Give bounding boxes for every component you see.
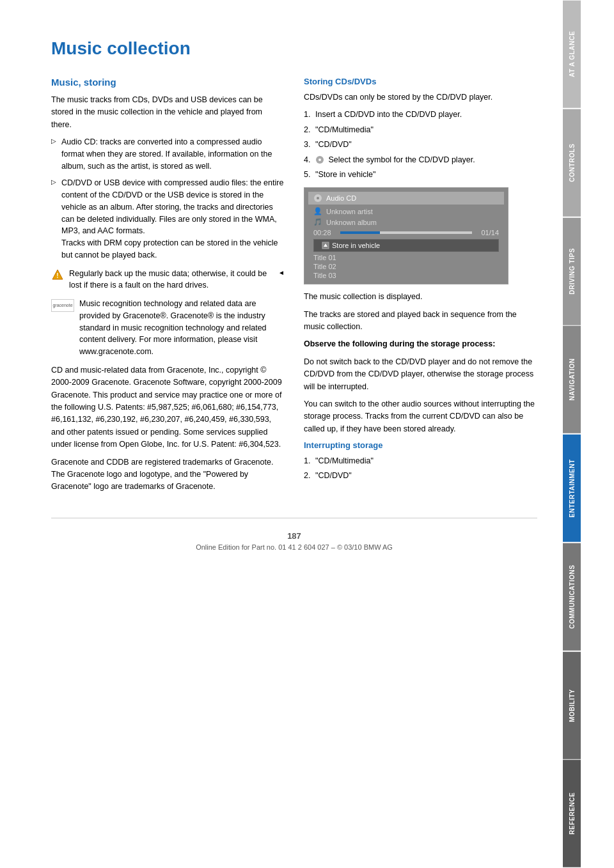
sidebar-tab-mobility-label: Mobility [569,688,576,722]
step-5-num: 5. [304,169,310,181]
sidebar-tab-communications-label: Communications [569,565,576,629]
sidebar-tab-at-a-glance[interactable]: At a glance [563,1,581,108]
sidebar-tab-entertainment-label: Entertainment [569,459,576,517]
step-3-text: "CD/DVD" [315,140,352,149]
copyright-text: CD and music-related data from Gracenote… [51,364,285,451]
gracenote-box: gracenote Music recognition technology a… [51,298,285,358]
warning-icon: ! [51,268,64,281]
page-footer: 187 Online Edition for Part no. 01 41 2 … [51,518,537,557]
screenshot-album-icon: 🎵 [313,218,322,226]
sidebar-tab-driving-tips-label: Driving tips [569,248,576,295]
sidebar-tab-entertainment[interactable]: Entertainment [563,435,581,542]
observe-heading: Observe the following during the storage… [304,338,537,350]
progress-fill [340,231,380,234]
page-title: Music collection [51,38,537,59]
page-number: 187 [51,531,537,541]
trademark-text: Gracenote and CDDB are registered tradem… [51,456,285,493]
sidebar-tab-controls-label: Controls [569,144,576,182]
feature-bullet-list: Audio CD: tracks are converted into a co… [51,136,285,261]
cd-screenshot: Audio CD 👤 Unknown artist 🎵 Unknown albu… [304,187,508,284]
int-step-1-text: "CD/Multimedia" [315,456,374,465]
step-3: 3. "CD/DVD" [304,139,537,151]
sidebar-tab-controls[interactable]: Controls [563,109,581,217]
int-step-2-num: 2. [304,470,310,482]
storing-steps-list: 1. Insert a CD/DVD into the CD/DVD playe… [304,109,537,181]
screenshot-person-icon: 👤 [313,207,322,215]
warning-text: Regularly back up the music data; otherw… [69,268,273,292]
progress-bar [340,231,473,234]
int-step-1-num: 1. [304,455,310,467]
screenshot-track-1: Title 01 [308,253,504,262]
cd-disc-icon [313,194,322,203]
main-content: Music collection Music, storing The musi… [0,0,563,868]
screenshot-album-row: 🎵 Unknown album [308,217,504,228]
gracenote-logo: gracenote [51,299,74,312]
int-step-2: 2. "CD/DVD" [304,470,537,482]
storing-intro: CDs/DVDs can only be stored by the CD/DV… [304,91,537,104]
screenshot-time-row: 00:28 01/14 [308,228,504,238]
svg-point-5 [317,197,319,199]
step-1-text: Insert a CD/DVD into the CD/DVD player. [315,110,462,119]
back-arrow: ◄ [278,268,285,277]
footer-text: Online Edition for Part no. 01 41 2 604 … [51,543,537,551]
sidebar-tab-reference-label: Reference [569,793,576,835]
int-step-1: 1. "CD/Multimedia" [304,455,537,467]
gracenote-text: Music recognition technology and related… [79,298,285,358]
post-screenshot-text-2: The tracks are stored and played back in… [304,309,537,334]
screenshot-store-button: Store in vehicle [313,239,499,252]
screenshot-track-count: 01/14 [481,229,499,236]
left-column: Music, storing The music tracks from CDs… [51,77,285,499]
storing-cds-dvds-heading: Storing CDs/DVDs [304,77,537,86]
screenshot-artist-row: 👤 Unknown artist [308,206,504,217]
right-column: Storing CDs/DVDs CDs/DVDs can only be st… [304,77,537,499]
svg-point-3 [319,159,321,161]
observe-text: Do not switch back to the CD/DVD player … [304,356,537,393]
warning-box: ! Regularly back up the music data; othe… [51,268,285,292]
sidebar-tab-reference[interactable]: Reference [563,760,581,867]
int-step-2-text: "CD/DVD" [315,471,352,480]
screenshot-title-bar: Audio CD [308,192,504,205]
step-4-text: Select the symbol for the CD/DVD player. [328,155,475,164]
observe-text2: You can switch to the other audio source… [304,398,537,435]
step-1-num: 1. [304,109,310,121]
sidebar-tab-navigation-label: Navigation [569,359,576,401]
screenshot-album: Unknown album [326,219,377,226]
right-sidebar: At a glance Controls Driving tips Naviga… [563,0,581,868]
screenshot-artist: Unknown artist [326,208,373,215]
store-icon [322,242,329,249]
sidebar-tab-navigation[interactable]: Navigation [563,326,581,433]
music-storing-heading: Music, storing [51,77,285,88]
sidebar-tab-at-a-glance-label: At a glance [569,31,576,77]
bullet-item-cddvd: CD/DVD or USB device with compressed aud… [51,177,285,261]
intro-paragraph: The music tracks from CDs, DVDs and USB … [51,94,285,131]
sidebar-tab-communications[interactable]: Communications [563,543,581,651]
step-5: 5. "Store in vehicle" [304,169,537,181]
screenshot-time: 00:28 [313,229,331,236]
step-5-text: "Store in vehicle" [315,170,375,179]
store-button-label: Store in vehicle [332,242,380,249]
interrupting-steps-list: 1. "CD/Multimedia" 2. "CD/DVD" [304,455,537,483]
step-1: 1. Insert a CD/DVD into the CD/DVD playe… [304,109,537,121]
screenshot-track-3: Title 03 [308,271,504,280]
step-4: 4. Select the symbol for the CD/DVD play… [304,154,537,166]
bullet-item-audio-cd: Audio CD: tracks are converted into a co… [51,136,285,172]
sidebar-tab-driving-tips[interactable]: Driving tips [563,218,581,325]
post-screenshot-text-1: The music collection is displayed. [304,291,537,303]
bullet-cddvd-text: CD/DVD or USB device with compressed aud… [61,178,283,260]
step-4-icon [315,155,328,164]
screenshot-title: Audio CD [326,194,356,202]
two-column-layout: Music, storing The music tracks from CDs… [51,77,537,499]
step-4-num: 4. [304,154,310,166]
sidebar-tab-mobility[interactable]: Mobility [563,652,581,759]
step-2-text: "CD/Multimedia" [315,125,374,134]
step-3-num: 3. [304,139,310,151]
page-container: Music collection Music, storing The musi… [0,0,614,868]
svg-text:!: ! [56,272,58,279]
step-2: 2. "CD/Multimedia" [304,124,537,136]
step-2-num: 2. [304,124,310,136]
interrupting-storage-heading: Interrupting storage [304,440,537,450]
observe-heading-text: Observe the following during the storage… [304,339,495,348]
screenshot-track-2: Title 02 [308,262,504,271]
